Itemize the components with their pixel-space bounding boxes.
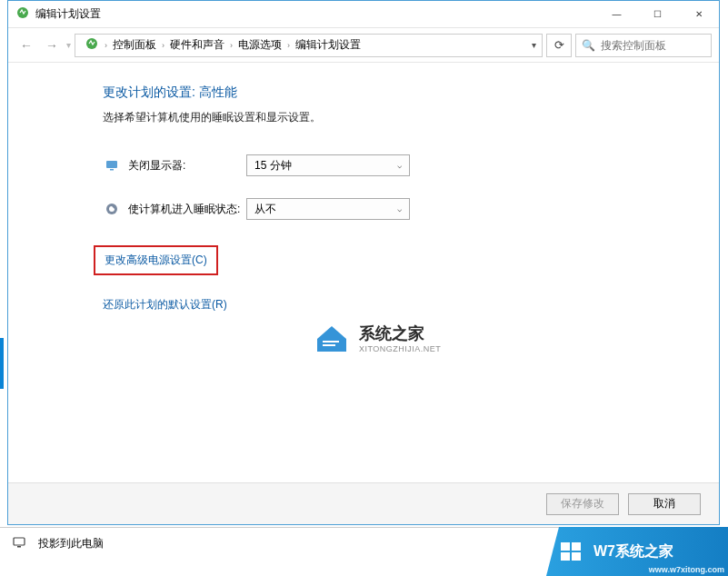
chevron-down-icon: ⌵ — [397, 204, 402, 214]
setting-label: 使计算机进入睡眠状态: — [128, 202, 246, 217]
breadcrumb-app-icon — [85, 36, 99, 54]
chevron-down-icon: ⌵ — [397, 161, 402, 170]
cancel-button[interactable]: 取消 — [628, 493, 701, 515]
setting-row-display: 关闭显示器: 15 分钟 ⌵ — [103, 154, 719, 176]
chevron-right-icon: › — [105, 41, 107, 50]
footer-brand: W7系统之家 www.w7xitong.com — [546, 527, 728, 576]
svg-rect-6 — [323, 344, 335, 346]
refresh-button[interactable]: ⟳ — [546, 34, 572, 57]
close-button[interactable]: ✕ — [678, 1, 719, 27]
search-box[interactable]: 🔍 — [575, 34, 712, 57]
breadcrumb-item[interactable]: 控制面板 — [109, 37, 160, 53]
setting-row-sleep: 使计算机进入睡眠状态: 从不 ⌵ — [103, 198, 719, 220]
svg-rect-8 — [17, 546, 21, 548]
navigation-bar: ← → ▾ › 控制面板 › 硬件和声音 › 电源选项 › 编辑计划设置 ▾ ⟳… — [8, 28, 719, 63]
minimize-button[interactable]: — — [596, 1, 637, 27]
save-button[interactable]: 保存修改 — [546, 493, 619, 515]
dropdown-value: 从不 — [254, 202, 276, 217]
search-input[interactable] — [601, 39, 705, 52]
svg-rect-7 — [14, 538, 25, 545]
brand-icon — [559, 539, 584, 564]
svg-rect-9 — [561, 542, 570, 551]
history-dropdown-icon[interactable]: ▾ — [66, 40, 71, 50]
selection-ribbon — [0, 338, 4, 389]
svg-rect-3 — [110, 169, 114, 171]
monitor-icon — [103, 158, 121, 173]
sleep-dropdown[interactable]: 从不 ⌵ — [246, 198, 410, 220]
advanced-settings-link[interactable]: 更改高级电源设置(C) — [105, 253, 207, 268]
footer-brand-text: W7系统之家 — [593, 542, 673, 561]
watermark-url: XITONGZHIJIA.NET — [359, 344, 441, 353]
house-icon — [314, 323, 350, 353]
chevron-right-icon: › — [162, 41, 165, 50]
window-title: 编辑计划设置 — [35, 6, 596, 22]
title-bar: 编辑计划设置 — ☐ ✕ — [8, 1, 719, 28]
window-controls: — ☐ ✕ — [596, 1, 719, 27]
links-area: 更改高级电源设置(C) 还原此计划的默认设置(R) — [103, 245, 719, 313]
maximize-button[interactable]: ☐ — [637, 1, 678, 27]
watermark: 系统之家 XITONGZHIJIA.NET — [314, 323, 441, 353]
svg-rect-11 — [561, 552, 570, 561]
back-button[interactable]: ← — [15, 35, 37, 56]
chevron-right-icon: › — [287, 41, 290, 50]
svg-rect-2 — [106, 161, 117, 168]
content-area: 更改计划的设置: 高性能 选择希望计算机使用的睡眠设置和显示设置。 关闭显示器:… — [8, 63, 719, 482]
footer-url: www.w7xitong.com — [649, 565, 724, 574]
app-icon — [15, 5, 30, 23]
button-bar: 保存修改 取消 — [8, 482, 719, 524]
chevron-right-icon: › — [230, 41, 233, 50]
svg-rect-5 — [323, 341, 339, 343]
search-icon: 🔍 — [582, 39, 595, 52]
dropdown-value: 15 分钟 — [254, 158, 292, 174]
display-off-dropdown[interactable]: 15 分钟 ⌵ — [246, 154, 410, 176]
svg-rect-10 — [572, 542, 581, 551]
breadcrumb[interactable]: › 控制面板 › 硬件和声音 › 电源选项 › 编辑计划设置 ▾ — [75, 34, 543, 57]
breadcrumb-item[interactable]: 电源选项 — [234, 37, 285, 53]
setting-label: 关闭显示器: — [128, 158, 246, 174]
page-heading: 更改计划的设置: 高性能 — [103, 84, 719, 101]
watermark-title: 系统之家 — [359, 323, 441, 344]
breadcrumb-item[interactable]: 编辑计划设置 — [292, 37, 364, 53]
page-subtext: 选择希望计算机使用的睡眠设置和显示设置。 — [103, 110, 719, 125]
restore-defaults-link[interactable]: 还原此计划的默认设置(R) — [103, 297, 719, 313]
sleep-icon — [103, 202, 121, 216]
taskbar-label: 投影到此电脑 — [38, 536, 104, 551]
forward-button[interactable]: → — [41, 35, 63, 56]
breadcrumb-item[interactable]: 硬件和声音 — [166, 37, 228, 53]
projector-icon — [13, 536, 27, 551]
svg-rect-12 — [572, 552, 581, 561]
highlight-box: 更改高级电源设置(C) — [94, 245, 218, 275]
window: 编辑计划设置 — ☐ ✕ ← → ▾ › 控制面板 › 硬件和声音 › 电源选项… — [7, 0, 720, 525]
chevron-down-icon[interactable]: ▾ — [532, 40, 536, 50]
